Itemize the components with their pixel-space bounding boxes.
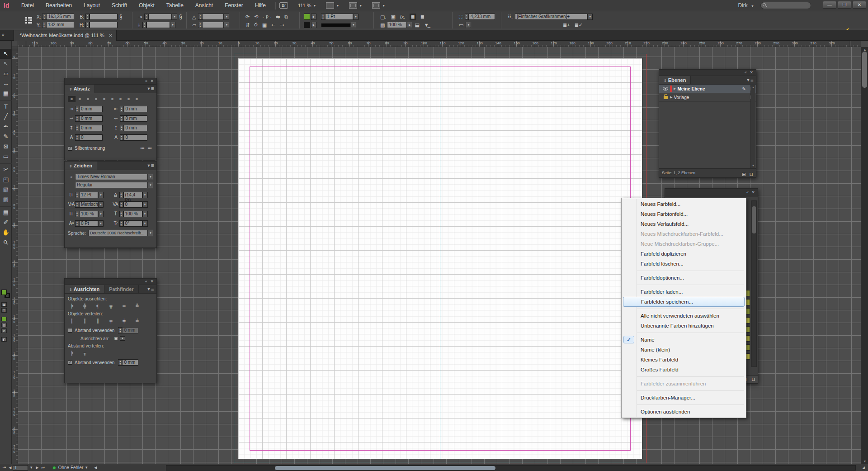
stepper[interactable]: ▲▼ xyxy=(85,22,90,28)
tab-ausrichten[interactable]: ⇕Ausrichten xyxy=(65,285,104,293)
panel-menu-icon[interactable]: ▼≣ xyxy=(147,86,154,91)
apply-color-button[interactable] xyxy=(1,317,7,321)
stepper[interactable]: ▲▼ xyxy=(75,192,79,198)
scrollbar-thumb[interactable] xyxy=(752,206,756,233)
gradient-tool[interactable]: ▧ xyxy=(0,185,12,195)
last-page-icon[interactable]: ⏭ xyxy=(41,466,44,470)
minimize-button[interactable]: — xyxy=(823,1,836,9)
collapse-panel-icon[interactable]: « xyxy=(745,70,748,75)
stepper[interactable]: ▲▼ xyxy=(75,115,79,122)
free-transform-tool[interactable]: ◰ xyxy=(0,175,12,185)
close-panel-icon[interactable]: ✕ xyxy=(750,70,754,75)
collapse-panel-icon[interactable]: « xyxy=(145,79,148,83)
context-menu-item[interactable] xyxy=(622,269,746,273)
menu-item[interactable]: Datei xyxy=(15,0,40,11)
direct-selection-tool[interactable]: ↖ xyxy=(0,59,12,69)
width-field[interactable] xyxy=(90,14,118,20)
rotate-180-icon[interactable]: ⥀ xyxy=(254,22,258,28)
horizontal-ruler[interactable]: 1101009080706050403020100102030405060708… xyxy=(18,41,861,47)
reference-point-proxy[interactable] xyxy=(25,17,32,24)
scroll-up-icon[interactable]: ▲ xyxy=(751,86,755,89)
content-collector-tool[interactable]: ▦ xyxy=(0,89,12,99)
constrain-link-icon[interactable]: § xyxy=(119,14,123,20)
close-panel-icon[interactable]: ✕ xyxy=(751,190,756,195)
drop-shadow-icon[interactable]: ▣ xyxy=(391,14,395,20)
panel-scrollbar[interactable] xyxy=(751,200,757,367)
character-field[interactable]: 0° xyxy=(123,220,142,227)
context-menu-item[interactable] xyxy=(622,283,746,287)
panel-group-bar[interactable]: « ✕ xyxy=(65,78,156,85)
tab-ebenen[interactable]: ⇕Ebenen xyxy=(659,76,691,84)
page-number-field[interactable]: 1 xyxy=(13,465,28,471)
character-field[interactable]: (14,4 Pt) xyxy=(123,192,142,198)
stepper[interactable]: ▲▼ xyxy=(118,359,122,366)
menu-item[interactable]: Ansicht xyxy=(189,0,219,11)
flip-vertical-icon[interactable]: ⇵ xyxy=(245,22,250,28)
panel-menu-icon[interactable]: ▼≣ xyxy=(746,78,754,82)
stepper[interactable]: ▲▼ xyxy=(465,14,469,20)
scale-x-field[interactable] xyxy=(148,14,172,20)
gradient-feather-tool[interactable]: ▨ xyxy=(0,195,12,205)
context-menu-item[interactable]: Farbfelder zusammenführen xyxy=(622,379,746,389)
menu-item[interactable]: Bearbeiten xyxy=(40,0,78,11)
flip-horizontal-icon[interactable]: ⇋ xyxy=(276,14,280,20)
stepper[interactable]: ▲▼ xyxy=(144,14,148,20)
context-menu-item[interactable] xyxy=(622,331,746,335)
paragraph-align-button[interactable]: ≡ xyxy=(76,96,84,102)
stepper[interactable]: ▲▼ xyxy=(120,125,124,131)
pencil-tool[interactable]: ✎ xyxy=(0,132,12,142)
chevron-down-icon[interactable]: ▼ xyxy=(148,230,153,236)
stepper[interactable]: ▲▼ xyxy=(119,211,123,217)
stepper[interactable]: ▲▼ xyxy=(75,211,79,217)
chevron-down-icon[interactable]: ▼ xyxy=(98,201,104,208)
restore-button[interactable]: ❐ xyxy=(838,1,851,9)
context-menu-item[interactable]: Farbfelder speichern... xyxy=(623,297,745,307)
rotation-field[interactable] xyxy=(202,14,224,20)
type-tool[interactable]: T xyxy=(0,100,12,112)
formatting-text-icon[interactable]: T xyxy=(1,308,7,313)
indent-field[interactable]: 0 mm xyxy=(124,115,147,122)
pen-tool[interactable]: ✒ xyxy=(0,122,12,132)
character-field[interactable]: 0 xyxy=(123,201,142,208)
align-to-button[interactable]: ▣ xyxy=(112,335,120,342)
scale-y-field[interactable] xyxy=(146,22,170,28)
stepper[interactable]: ▲▼ xyxy=(321,14,325,20)
context-menu-item[interactable]: Kleines Farbfeld xyxy=(622,355,746,365)
context-menu-item[interactable]: Farbfeldoptionen... xyxy=(622,273,746,283)
chevron-down-icon[interactable]: ▼ xyxy=(224,22,229,28)
y-field[interactable]: 132 mm xyxy=(46,22,74,28)
center-guide[interactable] xyxy=(440,58,440,459)
expand-dock-icon[interactable]: » xyxy=(2,32,4,37)
paragraph-align-button[interactable]: ≡ xyxy=(68,96,75,102)
lock-icon[interactable] xyxy=(664,96,668,99)
paragraph-align-button[interactable]: ≡ xyxy=(125,96,132,102)
stepper[interactable]: ▲▼ xyxy=(75,201,79,208)
zoom-level-dropdown[interactable]: 111 % xyxy=(298,3,311,8)
effects-icon[interactable]: fx. xyxy=(400,14,406,19)
select-prev-icon[interactable]: ⇠ xyxy=(271,22,275,28)
next-page-icon[interactable]: ▶ xyxy=(36,466,38,470)
shear-field[interactable] xyxy=(202,22,224,28)
user-menu[interactable]: Dirk ▼ xyxy=(738,0,754,11)
stepper[interactable]: ▲▼ xyxy=(142,22,146,28)
rotate-cw-icon[interactable]: ⟳ xyxy=(245,14,250,20)
font-style-field[interactable]: Regular xyxy=(75,182,148,188)
preflight-dropdown-icon[interactable]: ▼ xyxy=(85,466,88,470)
chevron-right-icon[interactable]: ▶ xyxy=(407,22,412,28)
panel-scrollbar[interactable]: ▲ ▼ xyxy=(750,85,755,168)
paragraph-align-button[interactable]: ≡ xyxy=(100,96,108,102)
context-menu-item[interactable]: ✓ Name xyxy=(622,335,746,345)
scroll-left-icon[interactable]: ◀ xyxy=(94,466,97,470)
delete-layer-icon[interactable]: ⊔ xyxy=(749,170,753,179)
context-menu-item[interactable]: Farbfeld duplizieren xyxy=(622,249,746,259)
scroll-down-icon[interactable]: ▼ xyxy=(751,164,755,167)
corner-options-icon[interactable]: ▢. xyxy=(380,14,386,20)
chevron-down-icon[interactable]: ▼ xyxy=(142,192,148,198)
tab-pathfinder[interactable]: Pathfinder xyxy=(104,285,138,293)
note-tool[interactable]: ▤ xyxy=(0,206,12,218)
scroll-down-icon[interactable]: ▼ xyxy=(861,460,868,463)
distribute-button[interactable]: ╧ xyxy=(133,318,141,324)
style-check-icon[interactable]: ≣✓ xyxy=(575,22,583,28)
scissors-tool[interactable]: ✂ xyxy=(0,163,12,175)
resize-grip-icon[interactable]: ◢ xyxy=(862,466,865,470)
